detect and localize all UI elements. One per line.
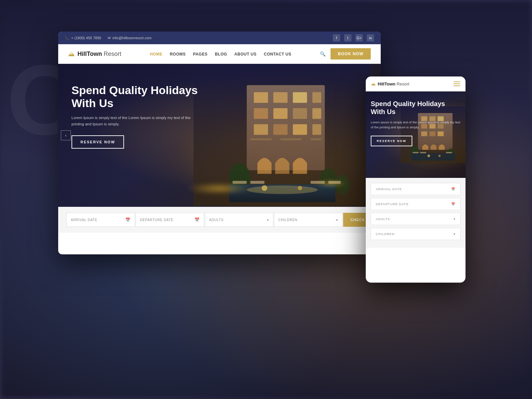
mobile-children-label: CHILDREN [376,232,395,236]
desktop-topbar: 📞 + (1800) 456 7890 ✉ info@hilltownresor… [58,32,381,44]
email-icon: ✉ [108,36,111,40]
desktop-navbar: ⛰ HillTown Resort HOME ROOMS PAGES BLOG … [58,44,381,64]
mobile-hero: Spend Quality Holidays With Us Lorem Ips… [366,91,466,178]
mobile-arrival-label: ARRIVAL DATE [376,187,402,191]
arrival-date-field[interactable]: ARRIVAL DATE 📅 [66,213,135,227]
desktop-mockup: 📞 + (1800) 456 7890 ✉ info@hilltownresor… [58,32,381,254]
mobile-adults-dropdown-arrow: ▾ [454,217,456,221]
facebook-icon[interactable]: f [333,34,340,42]
calendar-icon-departure: 📅 [195,217,200,222]
desktop-logo[interactable]: ⛰ HillTown Resort [68,50,121,58]
svg-rect-12 [293,124,307,135]
nav-link-contact[interactable]: CONTACT US [264,52,292,57]
svg-point-23 [298,186,302,190]
hero-content: Spend Quality Holidays With Us Lorem Ips… [71,84,198,149]
children-label: CHILDREN [278,218,298,222]
booking-bar: ARRIVAL DATE 📅 DEPARTURE DATE 📅 ADULTS ▾… [58,207,381,233]
mobile-adults-field[interactable]: ADULTS ▾ [371,213,461,225]
googleplus-icon[interactable]: G+ [355,34,363,42]
svg-rect-3 [273,92,288,103]
mobile-navbar: ⛰ HillTown Resort [366,76,466,91]
twitter-icon[interactable]: t [344,34,351,42]
svg-rect-13 [312,124,321,135]
svg-point-21 [247,186,318,194]
svg-rect-2 [254,92,268,103]
reserve-now-button[interactable]: RESERVE NOW [71,135,124,149]
svg-rect-7 [273,108,288,119]
prev-arrow-button[interactable]: ‹ [61,130,71,140]
svg-rect-41 [412,153,455,161]
lamp-glow [314,180,347,187]
hamburger-menu-button[interactable] [454,81,460,86]
logo-text: HillTown Resort [77,51,121,58]
mobile-departure-date-field[interactable]: DEPARTURE DATE 📅 [371,198,461,210]
social-links: f t G+ in [333,34,374,42]
svg-point-42 [428,155,430,157]
adults-label: ADULTS [209,218,224,222]
topbar-contact: 📞 + (1800) 456 7890 ✉ info@hilltownresor… [65,36,152,40]
desktop-hero: Spend Quality Holidays With Us Lorem Ips… [58,64,381,207]
adults-field[interactable]: ADULTS ▾ [205,213,273,227]
mobile-logo-text: HillTown Resort [378,81,409,86]
svg-rect-11 [273,124,288,135]
mobile-calendar-icon-arrival: 📅 [451,187,456,191]
arrival-date-label: ARRIVAL DATE [71,218,97,222]
svg-rect-46 [446,152,452,153]
phone-icon: 📞 [65,36,69,40]
nav-item-pages[interactable]: PAGES [193,51,208,57]
mobile-logo-icon: ⛰ [371,81,376,86]
nav-link-home[interactable]: HOME [150,52,163,57]
svg-rect-45 [420,152,426,153]
children-field[interactable]: CHILDREN ▾ [274,213,342,227]
nav-menu: HOME ROOMS PAGES BLOG ABOUT US CONTACT U… [150,51,292,57]
mobile-hero-description: Lorem Ipsum is simply text of the Lorem … [371,120,461,130]
phone-info: 📞 + (1800) 456 7890 [65,36,101,40]
mobile-hero-content: Spend Quality Holidays With Us Lorem Ips… [371,100,461,146]
nav-right: 🔍 BOOK NOW [320,48,371,60]
hamburger-line-1 [454,81,460,82]
nav-item-about[interactable]: ABOUT US [234,51,257,57]
nav-link-blog[interactable]: BLOG [215,52,227,57]
pool-glow [186,184,253,194]
hero-description: Lorem Ipsum is simply text of the Lorem … [71,115,198,127]
linkedin-icon[interactable]: in [367,34,374,42]
svg-point-22 [261,185,267,191]
nav-item-contact[interactable]: CONTACT US [264,51,292,57]
mobile-children-dropdown-arrow: ▾ [454,232,456,236]
calendar-icon-arrival: 📅 [125,217,131,222]
svg-rect-8 [293,108,307,119]
nav-item-rooms[interactable]: ROOMS [170,51,186,57]
nav-link-rooms[interactable]: ROOMS [170,52,186,57]
mobile-booking-form: ARRIVAL DATE 📅 DEPARTURE DATE 📅 ADULTS ▾… [366,178,466,248]
book-now-button[interactable]: BOOK NOW [331,48,371,60]
svg-rect-15 [280,138,302,140]
mobile-arrival-date-field[interactable]: ARRIVAL DATE 📅 [371,183,461,195]
svg-rect-10 [254,124,268,135]
email-info: ✉ info@hilltownresort.com [108,36,152,40]
hamburger-line-3 [454,85,460,86]
search-icon[interactable]: 🔍 [320,51,326,57]
children-dropdown-arrow: ▾ [336,218,338,222]
mobile-children-field[interactable]: CHILDREN ▾ [371,228,461,240]
mobile-departure-label: DEPARTURE DATE [376,202,409,206]
mobile-reserve-button[interactable]: RESERVE NOW [371,136,412,146]
svg-rect-44 [413,152,419,153]
departure-date-field[interactable]: DEPARTURE DATE 📅 [136,213,204,227]
mobile-calendar-icon-departure: 📅 [451,202,456,206]
departure-date-label: DEPARTURE DATE [140,218,174,222]
nav-item-blog[interactable]: BLOG [215,51,227,57]
mobile-hero-title: Spend Quality Holidays With Us [371,100,461,116]
svg-rect-4 [293,92,307,103]
hamburger-line-2 [454,83,460,84]
svg-rect-6 [254,108,268,119]
svg-rect-9 [312,108,321,119]
svg-rect-16 [311,138,321,140]
nav-link-about[interactable]: ABOUT US [234,52,257,57]
mobile-logo[interactable]: ⛰ HillTown Resort [371,81,409,86]
nav-item-home[interactable]: HOME [150,51,163,57]
hero-title: Spend Quality Holidays With Us [71,84,198,110]
logo-mountain-icon: ⛰ [68,50,75,58]
mobile-mockup: ⛰ HillTown Resort [366,76,466,283]
nav-link-pages[interactable]: PAGES [193,52,208,57]
svg-rect-14 [250,138,271,140]
